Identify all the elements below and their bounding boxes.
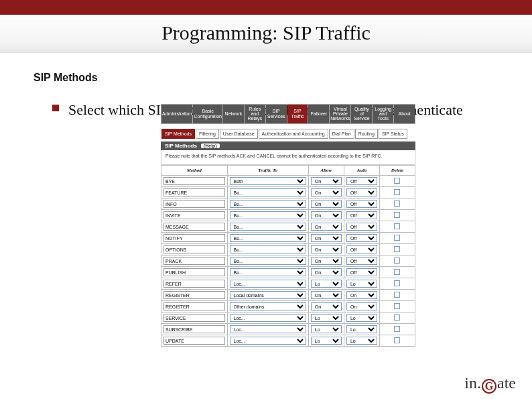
method-input[interactable]	[163, 223, 225, 231]
auth-select[interactable]: On	[346, 291, 377, 299]
delete-checkbox[interactable]	[394, 258, 400, 264]
secondary-tab[interactable]: Routing	[355, 129, 378, 139]
method-input[interactable]	[163, 200, 225, 208]
allow-select[interactable]: On	[311, 211, 342, 219]
content-area: SIP Methods Select which SIP methods the…	[0, 53, 532, 347]
traffic-select[interactable]: Loc...	[230, 325, 306, 333]
primary-tab[interactable]: Logging and Tools	[373, 105, 393, 123]
secondary-tab[interactable]: Dial Plan	[329, 129, 354, 139]
method-input[interactable]	[163, 325, 225, 333]
auth-select[interactable]: Off	[346, 234, 377, 242]
auth-select[interactable]: Off	[346, 268, 377, 276]
traffic-select[interactable]: Local domains	[230, 291, 306, 299]
allow-select[interactable]: On	[311, 177, 342, 185]
traffic-select[interactable]: Loc...	[230, 314, 306, 322]
traffic-select[interactable]: Loc...	[230, 337, 306, 345]
primary-tab[interactable]: Failover	[308, 105, 329, 123]
delete-checkbox[interactable]	[394, 246, 400, 252]
allow-select[interactable]: On	[311, 257, 342, 265]
primary-tab[interactable]: SIP Traffic	[287, 105, 308, 123]
delete-checkbox[interactable]	[394, 337, 400, 343]
delete-checkbox[interactable]	[394, 212, 400, 218]
delete-checkbox[interactable]	[394, 326, 400, 332]
method-input[interactable]	[163, 280, 225, 288]
delete-checkbox[interactable]	[394, 292, 400, 298]
allow-select[interactable]: Lo	[311, 314, 342, 322]
allow-select[interactable]: On	[311, 200, 342, 208]
allow-select[interactable]: On	[311, 234, 342, 242]
method-input[interactable]	[163, 337, 225, 345]
auth-select[interactable]: Off	[346, 257, 377, 265]
traffic-select[interactable]: Bo...	[230, 268, 306, 276]
delete-checkbox[interactable]	[394, 223, 400, 229]
auth-select[interactable]: Off	[346, 211, 377, 219]
secondary-tab[interactable]: User Database	[220, 129, 258, 139]
method-input[interactable]	[163, 268, 225, 276]
method-input[interactable]	[163, 257, 225, 265]
auth-select[interactable]: Off	[346, 188, 377, 196]
allow-select[interactable]: On	[311, 188, 342, 196]
traffic-select[interactable]: Bo...	[230, 200, 306, 208]
help-link[interactable]: (Help)	[201, 144, 220, 148]
delete-checkbox[interactable]	[394, 269, 400, 275]
bullet-square-icon	[52, 105, 59, 111]
auth-select[interactable]: Lo	[346, 337, 377, 345]
traffic-select[interactable]: Bo...	[230, 257, 306, 265]
traffic-select[interactable]: Other domains	[230, 302, 306, 310]
method-input[interactable]	[163, 314, 225, 322]
allow-select[interactable]: Lo	[311, 325, 342, 333]
auth-select[interactable]: Lo	[346, 314, 377, 322]
method-input[interactable]	[163, 234, 225, 242]
auth-select[interactable]: Off	[346, 245, 377, 253]
primary-tab[interactable]: Quality of Service	[351, 105, 372, 123]
secondary-tab[interactable]: Authentication and Accounting	[259, 129, 328, 139]
delete-checkbox[interactable]	[394, 189, 400, 195]
traffic-select[interactable]: Bo...	[230, 188, 306, 196]
auth-select[interactable]: On	[346, 302, 377, 310]
allow-select[interactable]: Lo	[311, 337, 342, 345]
method-input[interactable]	[163, 188, 225, 196]
secondary-tab[interactable]: SIP Status	[379, 129, 407, 139]
allow-select[interactable]: On	[311, 245, 342, 253]
traffic-select[interactable]: Bo...	[230, 223, 306, 231]
accent-top-bar	[0, 0, 532, 15]
auth-select[interactable]: Off	[346, 200, 377, 208]
table-row: Loc...LoLo	[161, 278, 415, 290]
auth-select[interactable]: Off	[346, 177, 377, 185]
primary-tab[interactable]: Network	[223, 105, 244, 123]
table-row: Loc...LoLo	[161, 335, 415, 347]
delete-checkbox[interactable]	[394, 315, 400, 321]
primary-tab[interactable]: Basic Configuration	[193, 105, 222, 123]
traffic-select[interactable]: Bo...	[230, 245, 306, 253]
auth-select[interactable]: Lo	[346, 280, 377, 288]
allow-select[interactable]: Lo	[311, 280, 342, 288]
col-delete: Delete	[379, 166, 415, 176]
primary-tab[interactable]: SIP Services	[266, 105, 287, 123]
traffic-select[interactable]: Both	[230, 177, 306, 185]
delete-checkbox[interactable]	[394, 235, 400, 241]
allow-select[interactable]: On	[311, 223, 342, 231]
method-input[interactable]	[163, 291, 225, 299]
method-input[interactable]	[163, 245, 225, 253]
auth-select[interactable]: Off	[346, 223, 377, 231]
method-input[interactable]	[163, 211, 225, 219]
secondary-tab[interactable]: Filtering	[196, 129, 219, 139]
delete-checkbox[interactable]	[394, 303, 400, 309]
traffic-select[interactable]: Loc...	[230, 280, 306, 288]
primary-tab[interactable]: Administration	[161, 105, 192, 123]
primary-tab[interactable]: Virtual Private Networks	[330, 105, 350, 123]
traffic-select[interactable]: Bo...	[230, 234, 306, 242]
auth-select[interactable]: Lo	[346, 325, 377, 333]
primary-tab[interactable]: Rules and Relays	[245, 105, 265, 123]
primary-tab[interactable]: About	[394, 105, 415, 123]
delete-checkbox[interactable]	[394, 178, 400, 184]
delete-checkbox[interactable]	[394, 201, 400, 207]
method-input[interactable]	[163, 177, 225, 185]
delete-checkbox[interactable]	[394, 280, 400, 286]
method-input[interactable]	[163, 302, 225, 310]
allow-select[interactable]: On	[311, 268, 342, 276]
secondary-tab[interactable]: SIP Methods	[161, 129, 195, 139]
traffic-select[interactable]: Bo...	[230, 211, 306, 219]
allow-select[interactable]: On	[311, 302, 342, 310]
allow-select[interactable]: On	[311, 291, 342, 299]
